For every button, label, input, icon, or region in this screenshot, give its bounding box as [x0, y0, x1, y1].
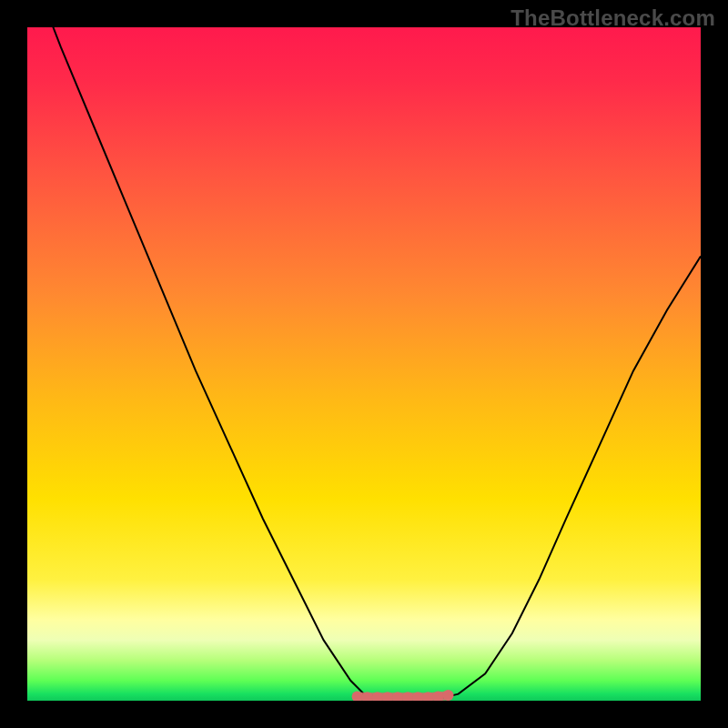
chart-frame: TheBottleneck.com	[0, 0, 728, 728]
chart-gradient-plot-area	[27, 27, 701, 701]
